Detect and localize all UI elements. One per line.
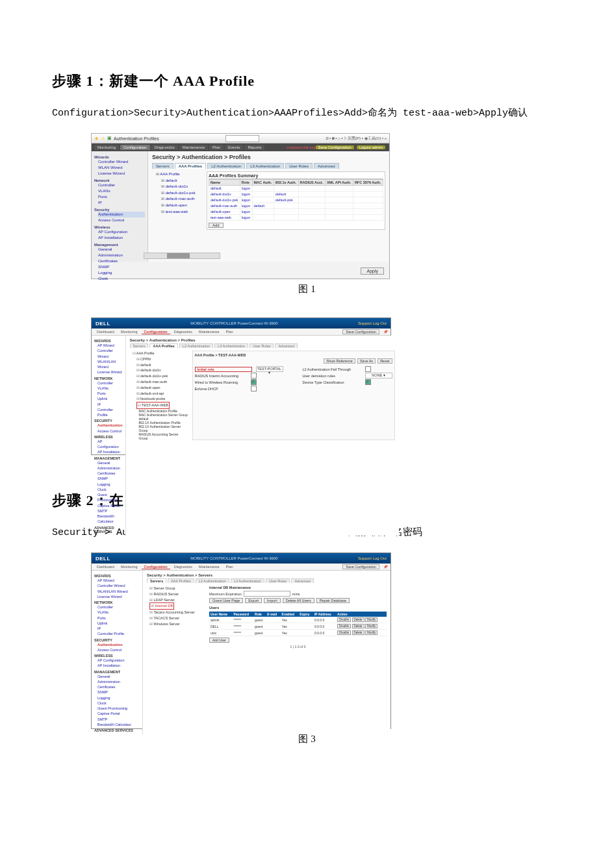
delete-button[interactable]: Delete [352, 617, 365, 622]
table-row[interactable]: defaultlogon [209, 186, 383, 192]
nav-maintenance[interactable]: Maintenance [179, 145, 208, 150]
save-config-button[interactable]: Save Configuration [342, 564, 379, 569]
modify-button[interactable]: Modify [365, 630, 377, 635]
radius-interim-checkbox[interactable] [251, 373, 257, 378]
nav-events[interactable]: Events [225, 145, 243, 150]
subtree-item[interactable]: RADIUS Accounting Server Group [139, 432, 188, 440]
sidebar-item[interactable]: AP Installation [98, 235, 145, 241]
add-button[interactable]: Add [209, 223, 224, 228]
tree-item[interactable]: Tacacs Accounting Server [149, 610, 205, 615]
sidebar-item[interactable]: Bandwidth Calculator [97, 722, 140, 727]
export-button[interactable]: Export [245, 598, 262, 603]
tree-item[interactable]: Windows Server [149, 621, 205, 627]
tree-item[interactable]: CPPM [136, 356, 188, 362]
tab-userrules[interactable]: User Rules [249, 343, 274, 348]
table-row[interactable]: default-openlogon [209, 209, 383, 215]
modify-button[interactable]: Modify [365, 624, 377, 628]
delete-button[interactable]: Delete [352, 630, 365, 635]
menu-plan[interactable]: Plan [224, 565, 236, 569]
sidebar-item[interactable]: Controller [97, 604, 140, 610]
table-row[interactable]: utsc******guestYes0.0.0.0 Disable Delete… [209, 630, 387, 636]
sidebar-item[interactable]: Administration [97, 679, 140, 684]
nav-monitoring[interactable]: Monitoring [94, 145, 119, 150]
horizontal-scrollbar[interactable] [144, 253, 220, 259]
sidebar-item[interactable]: Guest Provisioning [97, 706, 140, 711]
top-right-links[interactable]: Support Log Out [358, 556, 387, 560]
tab-l2auth[interactable]: L2 Authentication [207, 163, 245, 169]
nav-plan[interactable]: Plan [209, 145, 224, 150]
tree-item[interactable]: TACACS Server [149, 615, 205, 621]
sidebar-item[interactable]: IP [97, 402, 123, 407]
nav-configuration[interactable]: Configuration [120, 145, 150, 150]
save-configuration-button[interactable]: Save Configuration [316, 145, 354, 149]
sidebar-item[interactable]: Access Control [97, 647, 140, 652]
tab-servers[interactable]: Servers [147, 578, 166, 583]
tree-item[interactable]: default-xml-api [136, 391, 188, 397]
sidebar-item[interactable]: Logging [97, 695, 140, 701]
reset-button[interactable]: Reset [377, 358, 392, 364]
tree-item[interactable]: default-dot1x [161, 184, 203, 190]
tab-servers[interactable]: Servers [130, 343, 149, 348]
tab-l3auth[interactable]: L3 Authentication [246, 163, 284, 169]
sidebar-item[interactable]: Administration [98, 253, 145, 258]
tree-item[interactable]: default-open [136, 385, 188, 391]
enforce-dhcp-checkbox[interactable] [251, 386, 257, 391]
tree-item[interactable]: facebook-probe [136, 396, 188, 402]
sidebar-item[interactable]: License Wizard [98, 171, 145, 177]
sidebar-item[interactable]: General [97, 674, 140, 679]
l2-failthrough-checkbox[interactable] [365, 366, 371, 372]
tree-root[interactable]: AAA Profile [156, 171, 203, 178]
sidebar-item[interactable]: SNMP [97, 476, 123, 481]
repair-db-button[interactable]: Repair Database [316, 598, 350, 603]
tree-item[interactable]: default [136, 362, 188, 368]
sidebar-item[interactable]: Guest Provisioning [97, 492, 123, 503]
sidebar-item[interactable]: Certificates [97, 684, 140, 689]
sidebar-item[interactable]: Administration [97, 465, 123, 471]
add-user-button[interactable]: Add User [209, 638, 229, 643]
table-row[interactable]: admin******guestYes0.0.0.0 Disable Delet… [209, 617, 387, 623]
tree-item[interactable]: Server Group [149, 586, 205, 591]
sidebar-item[interactable]: AP Installation [97, 449, 123, 454]
sidebar-item[interactable]: Uplink [97, 621, 140, 626]
table-row[interactable]: default-mac-authlogondefault [209, 203, 383, 209]
sidebar-item[interactable]: Controller Wizard [98, 159, 145, 165]
menu-dashboard[interactable]: Dashboard [94, 565, 117, 569]
sidebar-item[interactable]: Certificates [97, 471, 123, 476]
tab-advanced[interactable]: Advanced [275, 343, 297, 348]
disable-button[interactable]: Disable [337, 630, 351, 635]
sidebar-item-authentication[interactable]: Authentication [97, 423, 123, 428]
sidebar-item[interactable]: Captive Portal [97, 711, 140, 716]
menu-monitoring[interactable]: Monitoring [118, 330, 140, 334]
sidebar-item[interactable]: Captive Portal [97, 503, 123, 508]
sidebar-item[interactable]: Logging [97, 482, 123, 487]
tree-root[interactable]: AAA Profile [133, 351, 188, 356]
sidebar-item[interactable]: AP Configuration [97, 439, 123, 450]
tree-item[interactable]: default-dot1x [136, 367, 188, 373]
menu-configuration[interactable]: Configuration [142, 565, 170, 569]
tab-advanced[interactable]: Advanced [291, 578, 313, 583]
menu-diagnostics[interactable]: Diagnostics [172, 565, 195, 569]
sidebar-item[interactable]: Clock [98, 276, 145, 282]
sidebar-item-authentication[interactable]: Authentication [97, 642, 140, 647]
sidebar-item[interactable]: Controller [98, 182, 145, 188]
logout-button[interactable]: Logout admin [357, 145, 385, 149]
sidebar-item[interactable]: Clock [97, 701, 140, 706]
sidebar-item[interactable]: Controller [97, 380, 123, 386]
sidebar-item[interactable]: Controller Wizard [97, 583, 140, 588]
url-input[interactable] [225, 135, 259, 142]
sidebar-item[interactable]: Controller Profile [97, 407, 123, 418]
menu-diagnostics[interactable]: Diagnostics [172, 330, 195, 334]
disable-button[interactable]: Disable [337, 617, 351, 622]
user-derivation-select[interactable]: NONE ▾ [365, 373, 392, 378]
sidebar-item[interactable]: VLANs [98, 188, 145, 194]
wired-roaming-checkbox[interactable]: ✓ [251, 379, 257, 385]
tab-l3auth[interactable]: L3 Authentication [214, 343, 248, 348]
subtree-item[interactable]: MAC Authentication Server Group default [139, 413, 188, 421]
save-as-button[interactable]: Save As [357, 358, 376, 364]
menu-dashboard[interactable]: Dashboard [94, 330, 117, 334]
apply-button[interactable]: Apply [361, 267, 384, 275]
sidebar-item[interactable]: SNMP [97, 689, 140, 695]
delete-all-button[interactable]: Delete All Users [283, 598, 314, 603]
sidebar-item[interactable]: License Wizard [97, 369, 123, 375]
import-button[interactable]: Import [264, 598, 281, 603]
